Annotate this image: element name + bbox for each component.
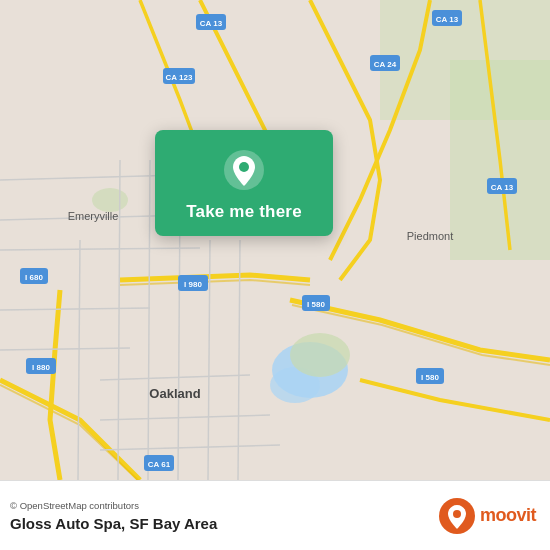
- osm-attribution: © OpenStreetMap contributors: [10, 500, 217, 511]
- take-me-there-card[interactable]: Take me there: [155, 130, 333, 236]
- moovit-text: moovit: [480, 505, 536, 526]
- place-name: Gloss Auto Spa, SF Bay Area: [10, 515, 217, 532]
- svg-text:I 980: I 980: [184, 280, 202, 289]
- svg-text:I 580: I 580: [307, 300, 325, 309]
- svg-text:I 580: I 580: [421, 373, 439, 382]
- svg-text:Piedmont: Piedmont: [407, 230, 453, 242]
- svg-point-3: [290, 333, 350, 377]
- bottom-left: © OpenStreetMap contributors Gloss Auto …: [10, 500, 217, 532]
- svg-text:I 880: I 880: [32, 363, 50, 372]
- svg-text:CA 123: CA 123: [166, 73, 193, 82]
- svg-text:CA 13: CA 13: [200, 19, 223, 28]
- moovit-icon: [438, 497, 476, 535]
- svg-text:CA 61: CA 61: [148, 460, 171, 469]
- svg-text:I 680: I 680: [25, 273, 43, 282]
- location-pin-icon: [222, 148, 266, 192]
- take-me-there-label: Take me there: [186, 202, 302, 222]
- svg-text:Emeryville: Emeryville: [68, 210, 119, 222]
- svg-text:Oakland: Oakland: [149, 386, 200, 401]
- svg-text:CA 24: CA 24: [374, 60, 397, 69]
- map-svg: CA 13 CA 13 CA 24 CA 123 CA 13 I 680 I 9…: [0, 0, 550, 480]
- svg-rect-6: [380, 0, 550, 120]
- moovit-logo: moovit: [438, 497, 536, 535]
- map-container: CA 13 CA 13 CA 24 CA 123 CA 13 I 680 I 9…: [0, 0, 550, 480]
- bottom-bar: © OpenStreetMap contributors Gloss Auto …: [0, 480, 550, 550]
- svg-text:CA 13: CA 13: [491, 183, 514, 192]
- svg-point-47: [239, 162, 249, 172]
- svg-point-4: [92, 188, 128, 212]
- svg-point-49: [453, 510, 461, 518]
- svg-text:CA 13: CA 13: [436, 15, 459, 24]
